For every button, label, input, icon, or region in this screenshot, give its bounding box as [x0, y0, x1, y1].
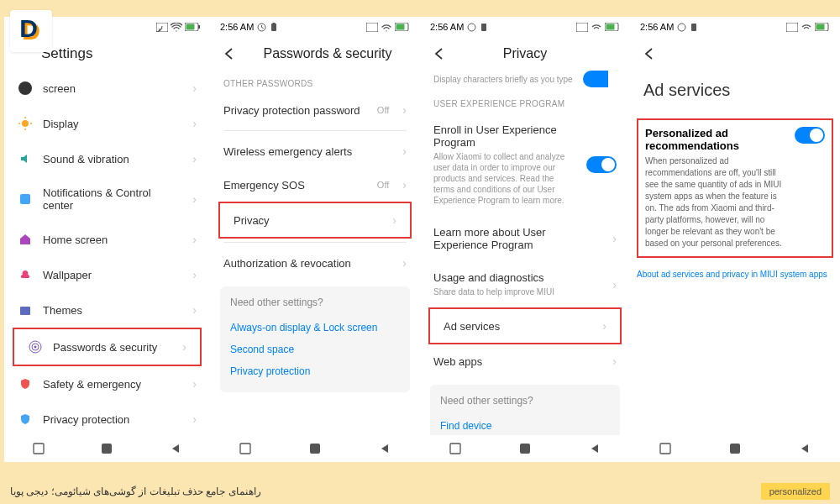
back-icon[interactable]	[220, 45, 237, 62]
chevron-icon: ›	[192, 377, 197, 391]
list-item-wireless-alerts[interactable]: Wireless emergency alerts ›	[210, 134, 420, 168]
label: Authorization & revocation	[223, 257, 392, 270]
highlight-passwords: Passwords & security ›	[13, 328, 202, 366]
label: Privacy protection	[43, 413, 182, 426]
nav-recent-icon[interactable]	[449, 443, 461, 454]
list-item-emergency-sos[interactable]: Emergency SOS Off ›	[210, 168, 420, 202]
list-item-safety[interactable]: Safety & emergency ›	[4, 366, 210, 402]
sub-label: Share data to help improve MIUI	[433, 286, 602, 297]
list-item-sound[interactable]: Sound & vibration ›	[4, 141, 210, 176]
footer-link[interactable]: Second space	[230, 339, 400, 360]
list-item-notifications[interactable]: Notifications & Control center ›	[4, 176, 210, 222]
list-item-wallpaper[interactable]: Wallpaper ›	[4, 257, 210, 292]
icon-sound	[18, 151, 33, 166]
chevron-icon: ›	[402, 178, 407, 192]
subtitle: Display characters briefly as you type	[433, 75, 573, 84]
nav-bar	[4, 435, 210, 462]
divider	[223, 130, 407, 131]
nav-recent-icon[interactable]	[659, 443, 671, 454]
page-title: Privacy	[455, 46, 595, 61]
status-icons	[576, 23, 620, 32]
label: Wireless emergency alerts	[223, 145, 392, 158]
list-item-privacy-protection[interactable]: Privacy protection ›	[4, 402, 210, 435]
time-text: 2:56 AM	[430, 22, 464, 32]
caption-text: راهنمای جامع حذف تبلیغات از گوشی‌های شیا…	[10, 486, 261, 497]
charge-icon	[690, 23, 698, 32]
label: Learn more about User Experience Program	[433, 226, 602, 251]
cast-icon	[156, 23, 168, 32]
list-item-privacy[interactable]: Privacy ›	[220, 203, 410, 237]
about-link[interactable]: About ad services and privacy in MIUI sy…	[630, 263, 840, 286]
back-icon[interactable]	[430, 45, 447, 62]
svg-rect-34	[606, 24, 615, 30]
nav-home-icon[interactable]	[309, 443, 321, 454]
chevron-icon: ›	[192, 303, 197, 317]
list-item-themes[interactable]: Themes ›	[4, 292, 210, 328]
label: Themes	[43, 304, 182, 317]
label: Notifications & Control center	[43, 186, 182, 212]
nav-home-icon[interactable]	[729, 443, 741, 454]
section-label: USER EXPERIENCE PROGRAM	[420, 91, 630, 113]
list-item-passwords[interactable]: Passwords & security ›	[14, 329, 200, 365]
status-icons	[366, 23, 410, 32]
list-item-screen-cut[interactable]: screen ›	[4, 71, 210, 106]
status-bar: 2:56 AM	[420, 17, 630, 37]
wifi-icon	[381, 23, 392, 32]
toggle-on[interactable]	[795, 127, 825, 144]
time-text: 2:56 AM	[640, 22, 674, 32]
list-item-display[interactable]: Display ›	[4, 106, 210, 141]
list-item-authorization[interactable]: Authorization & revocation ›	[210, 246, 420, 280]
chevron-icon: ›	[402, 144, 407, 158]
charge-icon	[270, 23, 278, 32]
nav-back-icon[interactable]	[170, 443, 181, 454]
list-item-display-chars[interactable]: Display characters briefly as you type	[420, 71, 630, 91]
page-title: Passwords & security	[245, 46, 410, 61]
label: screen	[43, 82, 182, 95]
icon-safety	[18, 376, 33, 391]
footer-title: Need other settings?	[230, 297, 400, 308]
divider	[223, 242, 407, 243]
list-item-learn-uep[interactable]: Learn more about User Experience Program…	[420, 216, 630, 261]
wifi-icon	[591, 23, 602, 32]
chevron-icon: ›	[192, 192, 197, 206]
cast-icon	[366, 23, 378, 32]
footer-link[interactable]: Find device	[440, 415, 610, 435]
nav-back-icon[interactable]	[589, 443, 601, 454]
svg-rect-43	[730, 444, 740, 454]
status-icons	[156, 23, 200, 32]
nav-home-icon[interactable]	[519, 443, 531, 454]
svg-rect-29	[310, 444, 320, 454]
nav-recent-icon[interactable]	[33, 443, 45, 454]
caption-bar: راهنمای جامع حذف تبلیغات از گوشی‌های شیا…	[0, 479, 840, 504]
svg-rect-35	[450, 444, 460, 454]
caption-tag: personalized	[761, 483, 830, 500]
label: Personalized ad recommendations	[645, 127, 788, 152]
list-item-privacy-password[interactable]: Privacy protection password Off ›	[210, 93, 420, 127]
list-item-homescreen[interactable]: Home screen ›	[4, 222, 210, 257]
footer-link[interactable]: Always-on display & Lock screen	[230, 317, 400, 339]
footer-link[interactable]: Privacy protection	[230, 360, 400, 382]
list-item-web-apps[interactable]: Web apps ›	[420, 344, 630, 378]
header: Passwords & security	[210, 37, 420, 71]
clock-icon	[257, 23, 266, 32]
list-item-personalized-ads[interactable]: Personalized ad recommendations When per…	[645, 127, 825, 249]
nav-home-icon[interactable]	[101, 443, 113, 454]
chevron-icon: ›	[192, 412, 197, 426]
chevron-icon: ›	[392, 213, 396, 227]
list-item-usage-diag[interactable]: Usage and diagnostics Share data to help…	[420, 261, 630, 307]
svg-rect-25	[366, 23, 378, 32]
svg-rect-23	[271, 24, 276, 31]
nav-recent-icon[interactable]	[239, 443, 251, 454]
footer-suggestions: Need other settings? Always-on display &…	[220, 286, 410, 392]
back-icon[interactable]	[640, 45, 657, 62]
toggle-on[interactable]	[586, 156, 617, 173]
toggle-on[interactable]	[583, 71, 608, 87]
status-time: 2:56 AM	[640, 22, 698, 32]
status-bar: 2:56 AM	[210, 17, 420, 37]
icon-home	[18, 232, 33, 247]
list-item-ad-services[interactable]: Ad services ›	[430, 309, 620, 343]
nav-back-icon[interactable]	[379, 443, 391, 454]
list-item-enroll-uep[interactable]: Enroll in User Experience Program Allow …	[420, 113, 630, 216]
chevron-icon: ›	[602, 319, 606, 333]
nav-back-icon[interactable]	[799, 443, 811, 454]
